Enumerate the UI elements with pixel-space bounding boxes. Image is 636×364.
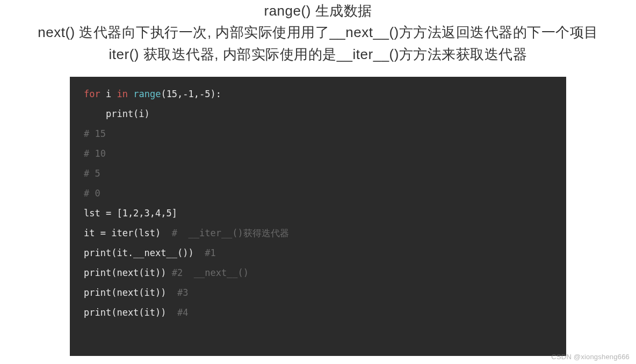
code-line-5: # 5	[84, 164, 552, 184]
code-line-9: print(it.__next__()) #1	[84, 243, 552, 263]
code-line-12: print(next(it)) #4	[84, 303, 552, 323]
code-line-11: print(next(it)) #3	[84, 283, 552, 303]
keyword-in: in	[117, 89, 127, 99]
code-line-1: for i in range(15,-1,-5):	[84, 84, 552, 104]
code-line-2: print(i)	[84, 104, 552, 124]
header-section: range() 生成数据 next() 迭代器向下执行一次, 内部实际使用用了_…	[0, 0, 636, 65]
code-line-7: lst = [1,2,3,4,5]	[84, 203, 552, 223]
code-line-4: # 10	[84, 144, 552, 164]
range-args: (15,-1,-5):	[161, 89, 221, 99]
header-line-2: next() 迭代器向下执行一次, 内部实际使用用了__next__()方方法返…	[0, 21, 636, 43]
watermark-text: CSDN @xiongsheng666	[551, 353, 630, 361]
var-i: i	[106, 89, 111, 99]
code-line-8: it = iter(lst) # __iter__()获得迭代器	[84, 223, 552, 243]
comment-iter: # __iter__()获得迭代器	[172, 228, 289, 238]
code-line-3: # 15	[84, 124, 552, 144]
code-block: for i in range(15,-1,-5): print(i) # 15 …	[70, 77, 566, 356]
keyword-for: for	[84, 89, 100, 99]
header-line-1: range() 生成数据	[0, 0, 636, 21]
header-line-3: iter() 获取迭代器, 内部实际使用的是__iter__()方方法来获取迭代…	[0, 43, 636, 65]
code-line-10: print(next(it)) #2 __next__()	[84, 263, 552, 283]
code-container: for i in range(15,-1,-5): print(i) # 15 …	[70, 77, 566, 356]
fn-range: range	[133, 89, 161, 99]
code-line-6: # 0	[84, 184, 552, 203]
